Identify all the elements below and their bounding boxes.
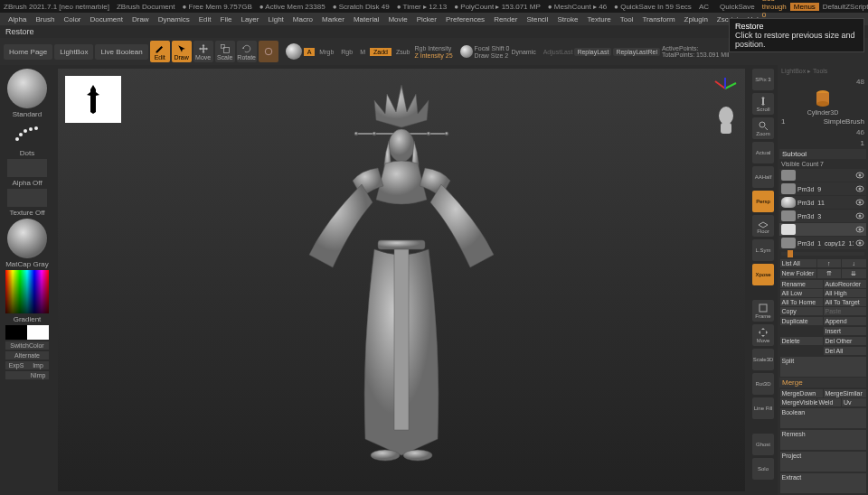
gizmo-button[interactable] <box>259 41 278 62</box>
scale-button[interactable]: Scale <box>215 41 235 62</box>
camera-head-gizmo[interactable] <box>714 105 738 137</box>
project-header[interactable]: Project <box>780 452 866 472</box>
actual-button[interactable]: Actual <box>752 142 774 163</box>
newfolder-button[interactable]: New Folder <box>780 269 816 278</box>
replaylastrel-button[interactable]: ReplayLastRel <box>613 48 660 56</box>
menu-marker[interactable]: Marker <box>317 15 349 23</box>
stroke-preview[interactable] <box>7 120 47 147</box>
xyz-button[interactable]: Xpose <box>752 264 774 285</box>
rgbint-slider[interactable]: Rgb Intensity <box>415 45 453 51</box>
arrow-up-icon[interactable]: ↑ <box>817 259 842 267</box>
ghost-button[interactable]: Ghost <box>752 434 774 455</box>
eye-icon[interactable] <box>855 172 864 179</box>
subtool-header[interactable]: Subtool <box>779 149 866 159</box>
insert-button[interactable]: Insert <box>824 327 866 335</box>
move3d-button[interactable]: Move <box>752 324 774 346</box>
arrow-down-icon[interactable]: ↓ <box>842 259 866 267</box>
menu-color[interactable]: Color <box>59 15 85 23</box>
rotate3d-button[interactable]: Rot3D <box>752 373 774 395</box>
arrow-down2-icon[interactable]: ⇊ <box>842 269 866 278</box>
quicksave-button[interactable]: QuickSave <box>716 3 759 11</box>
exps-button[interactable]: ExpS <box>5 361 27 369</box>
subtool-item[interactable]: Pm3d_11 <box>779 196 866 209</box>
homepage-button[interactable]: Home Page <box>4 44 52 60</box>
eye-icon[interactable] <box>855 185 864 192</box>
menu-picker[interactable]: Picker <box>412 15 441 23</box>
menu-edit[interactable]: Edit <box>194 15 216 23</box>
simplebrush-label[interactable]: SimpleBrush <box>824 117 864 126</box>
eye-icon[interactable] <box>855 199 864 206</box>
zint-slider[interactable]: Z Intensity 25 <box>415 52 453 59</box>
delete-button[interactable]: Delete <box>780 337 823 345</box>
split-header[interactable]: Split <box>780 357 866 377</box>
zadd-toggle[interactable]: Zadd <box>370 48 392 56</box>
scroll-button[interactable]: Scroll <box>752 93 774 115</box>
a-chip[interactable]: A <box>304 48 316 56</box>
imp-button[interactable]: Imp <box>27 361 49 369</box>
menu-draw[interactable]: Draw <box>127 15 154 23</box>
rgb-toggle[interactable]: Rgb <box>338 49 355 55</box>
delall-button[interactable]: Del All <box>824 347 866 355</box>
zoom-button[interactable]: Zoom <box>752 117 774 139</box>
menu-movie[interactable]: Movie <box>383 15 411 23</box>
default-zscript[interactable]: DefaultZScript <box>819 3 868 11</box>
menu-document[interactable]: Document <box>86 15 127 23</box>
m-toggle[interactable]: M <box>357 49 368 55</box>
menu-tool[interactable]: Tool <box>616 15 638 23</box>
subtool-item[interactable]: Pm3d_3 <box>779 210 866 222</box>
alltotarget-button[interactable]: All To Target <box>824 298 866 306</box>
remesh-header[interactable]: Remesh <box>780 430 866 450</box>
copy-button[interactable]: Copy <box>780 307 823 315</box>
draw-button[interactable]: Draw <box>172 41 192 62</box>
material-preview[interactable] <box>7 219 47 258</box>
axis-gizmo[interactable] <box>712 76 738 101</box>
zsub-toggle[interactable]: Zsub <box>393 49 413 55</box>
color-swatches[interactable] <box>5 325 49 340</box>
lightbox-button[interactable]: LightBox <box>54 44 93 60</box>
subtool-slider[interactable] <box>781 252 864 256</box>
edit-button[interactable]: Edit <box>150 41 170 62</box>
menu-preferences[interactable]: Preferences <box>441 15 489 23</box>
menu-layer[interactable]: Layer <box>236 15 263 23</box>
solo-button[interactable]: Solo <box>752 458 774 480</box>
texture-preview[interactable] <box>7 189 47 207</box>
menu-material[interactable]: Material <box>349 15 383 23</box>
menu-stroke[interactable]: Stroke <box>552 15 582 23</box>
menu-stencil[interactable]: Stencil <box>522 15 552 23</box>
menus-button[interactable]: Menus <box>790 3 819 11</box>
cylinder-icon[interactable] <box>812 88 834 109</box>
move-button[interactable]: Move <box>193 41 213 62</box>
mergevisible-button[interactable]: MergeVisible <box>780 398 816 406</box>
spix-button[interactable]: SPix 3 <box>752 69 774 90</box>
subtool-item-selected[interactable] <box>779 223 866 236</box>
weld-toggle[interactable]: Weld <box>817 398 842 406</box>
dynamic-toggle[interactable]: Dynamic <box>511 49 535 55</box>
focal-slider[interactable]: Focal Shift 0 <box>475 45 510 51</box>
menu-macro[interactable]: Macro <box>288 15 317 23</box>
replaylast-button[interactable]: ReplayLast <box>574 48 611 56</box>
allhigh-button[interactable]: All High <box>824 289 866 297</box>
liveboolean-button[interactable]: Live Boolean <box>95 44 147 60</box>
mergesimilar-button[interactable]: MergeSimilar <box>824 389 866 397</box>
menu-alpha[interactable]: Alpha <box>4 15 31 23</box>
listall-button[interactable]: List All <box>780 259 816 267</box>
color-picker[interactable] <box>5 270 49 313</box>
subtool-item[interactable] <box>779 169 866 182</box>
mergedown-button[interactable]: MergeDown <box>780 389 823 397</box>
viewport[interactable] <box>58 69 745 491</box>
drawsize-slider[interactable]: Draw Size 2 <box>475 52 510 59</box>
eye-icon[interactable] <box>855 239 864 247</box>
character-model[interactable] <box>284 78 519 466</box>
menu-render[interactable]: Render <box>489 15 522 23</box>
duplicate-button[interactable]: Duplicate <box>780 317 823 325</box>
menu-transform[interactable]: Transform <box>637 15 679 23</box>
menu-zplugin[interactable]: Zplugin <box>680 15 712 23</box>
arrow-up2-icon[interactable]: ⇈ <box>817 269 842 278</box>
linefill-button[interactable]: Line Fill <box>752 397 774 419</box>
menu-dynamics[interactable]: Dynamics <box>154 15 194 23</box>
append-button[interactable]: Append <box>824 317 866 325</box>
alpha-preview[interactable] <box>7 159 47 177</box>
frame-button[interactable]: Frame <box>752 300 774 322</box>
paste-button[interactable]: Paste <box>824 307 866 315</box>
eye-icon[interactable] <box>855 212 864 219</box>
